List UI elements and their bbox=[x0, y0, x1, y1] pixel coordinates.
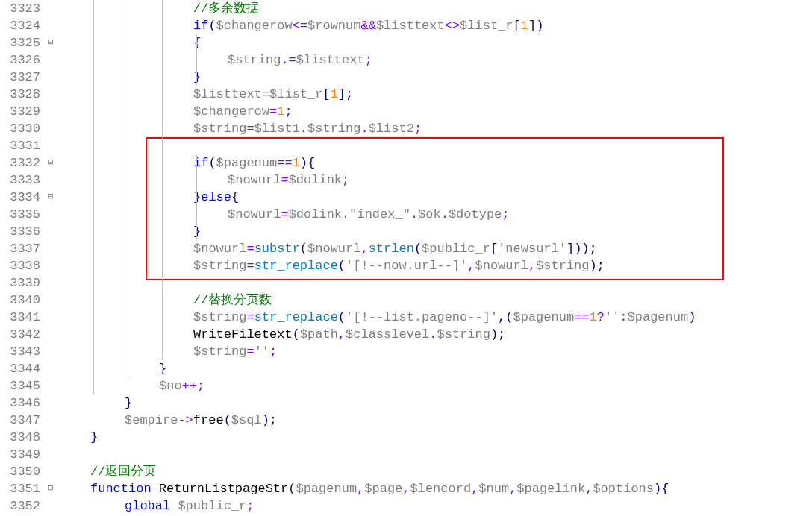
fold-marker[interactable] bbox=[45, 429, 56, 446]
line-number-gutter: 3323332433253326332733283329333033313332… bbox=[0, 0, 45, 515]
line-number: 3324 bbox=[0, 17, 40, 34]
fold-marker[interactable] bbox=[45, 292, 56, 309]
code-line[interactable]: $empire->free($sql); bbox=[56, 412, 812, 429]
code-line[interactable]: $string=str_replace('[!--now.url--]',$no… bbox=[56, 257, 812, 274]
line-number: 3346 bbox=[0, 394, 40, 412]
line-number: 3327 bbox=[0, 69, 40, 86]
code-line[interactable]: if($pagenum==1){ bbox=[56, 154, 812, 172]
code-area[interactable]: //多余数据if($changerow<=$rownum&&$listtext<… bbox=[56, 0, 812, 515]
line-number: 3333 bbox=[0, 172, 40, 189]
line-number: 3330 bbox=[0, 120, 40, 137]
code-line[interactable]: $string.=$listtext; bbox=[56, 51, 812, 69]
line-number: 3332 bbox=[0, 154, 40, 172]
fold-marker[interactable] bbox=[45, 120, 56, 137]
fold-marker[interactable] bbox=[45, 206, 56, 223]
line-number: 3343 bbox=[0, 343, 40, 360]
fold-marker[interactable] bbox=[45, 446, 56, 463]
code-line[interactable]: function ReturnListpageStr($pagenum,$pag… bbox=[56, 480, 812, 497]
fold-marker[interactable] bbox=[45, 103, 56, 120]
line-number: 3329 bbox=[0, 103, 40, 120]
code-line[interactable]: $string=''; bbox=[56, 343, 812, 360]
fold-column[interactable]: ⊟⊟⊟⊟ bbox=[45, 0, 56, 515]
line-number: 3339 bbox=[0, 274, 40, 292]
code-line[interactable]: $string=str_replace('[!--list.pageno--]'… bbox=[56, 309, 812, 326]
line-number: 3338 bbox=[0, 257, 40, 274]
fold-marker[interactable] bbox=[45, 497, 56, 515]
fold-marker[interactable] bbox=[45, 326, 56, 343]
line-number: 3337 bbox=[0, 240, 40, 257]
code-line[interactable]: $listtext=$list_r[1]; bbox=[56, 86, 812, 103]
code-line[interactable]: }else{ bbox=[56, 189, 812, 206]
line-number: 3336 bbox=[0, 223, 40, 240]
line-number: 3352 bbox=[0, 497, 40, 515]
line-number: 3326 bbox=[0, 51, 40, 69]
code-line[interactable] bbox=[56, 446, 812, 463]
line-number: 3347 bbox=[0, 412, 40, 429]
code-line[interactable]: } bbox=[56, 223, 812, 240]
fold-marker[interactable]: ⊟ bbox=[45, 34, 56, 51]
line-number: 3349 bbox=[0, 446, 40, 463]
fold-marker[interactable] bbox=[45, 463, 56, 480]
line-number: 3334 bbox=[0, 189, 40, 206]
code-line[interactable]: $nowurl=$dolink."index_".$ok.$dotype; bbox=[56, 206, 812, 223]
code-line[interactable]: //返回分页 bbox=[56, 463, 812, 480]
code-line[interactable]: //替换分页数 bbox=[56, 292, 812, 309]
code-line[interactable]: } bbox=[56, 69, 812, 86]
code-line[interactable]: } bbox=[56, 360, 812, 377]
fold-marker[interactable] bbox=[45, 274, 56, 292]
fold-marker[interactable] bbox=[45, 51, 56, 69]
fold-marker[interactable] bbox=[45, 69, 56, 86]
line-number: 3323 bbox=[0, 0, 40, 17]
code-line[interactable]: $nowurl=$dolink; bbox=[56, 172, 812, 189]
line-number: 3344 bbox=[0, 360, 40, 377]
line-number: 3331 bbox=[0, 137, 40, 154]
code-line[interactable]: WriteFiletext($path,$classlevel.$string)… bbox=[56, 326, 812, 343]
fold-marker[interactable] bbox=[45, 240, 56, 257]
code-line[interactable] bbox=[56, 274, 812, 292]
fold-marker[interactable] bbox=[45, 17, 56, 34]
line-number: 3340 bbox=[0, 292, 40, 309]
code-line[interactable]: global $public_r; bbox=[56, 497, 812, 515]
code-line[interactable]: //多余数据 bbox=[56, 0, 812, 17]
fold-marker[interactable] bbox=[45, 137, 56, 154]
fold-marker[interactable] bbox=[45, 86, 56, 103]
code-line[interactable] bbox=[56, 137, 812, 154]
code-line[interactable]: $string=$list1.$string.$list2; bbox=[56, 120, 812, 137]
fold-marker[interactable]: ⊟ bbox=[45, 480, 56, 497]
fold-marker[interactable] bbox=[45, 412, 56, 429]
code-line[interactable]: if($changerow<=$rownum&&$listtext<>$list… bbox=[56, 17, 812, 34]
line-number: 3335 bbox=[0, 206, 40, 223]
fold-marker[interactable] bbox=[45, 309, 56, 326]
code-line[interactable]: $changerow=1; bbox=[56, 103, 812, 120]
line-number: 3348 bbox=[0, 429, 40, 446]
line-number: 3325 bbox=[0, 34, 40, 51]
code-line[interactable]: $nowurl=substr($nowurl,strlen($public_r[… bbox=[56, 240, 812, 257]
code-line[interactable]: $no++; bbox=[56, 377, 812, 394]
fold-marker[interactable] bbox=[45, 257, 56, 274]
fold-marker[interactable] bbox=[45, 223, 56, 240]
line-number: 3351 bbox=[0, 480, 40, 497]
line-number: 3350 bbox=[0, 463, 40, 480]
fold-marker[interactable] bbox=[45, 360, 56, 377]
code-line[interactable]: { bbox=[56, 34, 812, 51]
fold-marker[interactable] bbox=[45, 343, 56, 360]
code-editor[interactable]: 3323332433253326332733283329333033313332… bbox=[0, 0, 812, 515]
fold-marker[interactable]: ⊟ bbox=[45, 189, 56, 206]
line-number: 3345 bbox=[0, 377, 40, 394]
line-number: 3342 bbox=[0, 326, 40, 343]
fold-marker[interactable] bbox=[45, 0, 56, 17]
code-line[interactable]: } bbox=[56, 429, 812, 446]
fold-marker[interactable]: ⊟ bbox=[45, 154, 56, 172]
code-line[interactable]: } bbox=[56, 394, 812, 412]
line-number: 3328 bbox=[0, 86, 40, 103]
fold-marker[interactable] bbox=[45, 172, 56, 189]
fold-marker[interactable] bbox=[45, 377, 56, 394]
line-number: 3341 bbox=[0, 309, 40, 326]
fold-marker[interactable] bbox=[45, 394, 56, 412]
